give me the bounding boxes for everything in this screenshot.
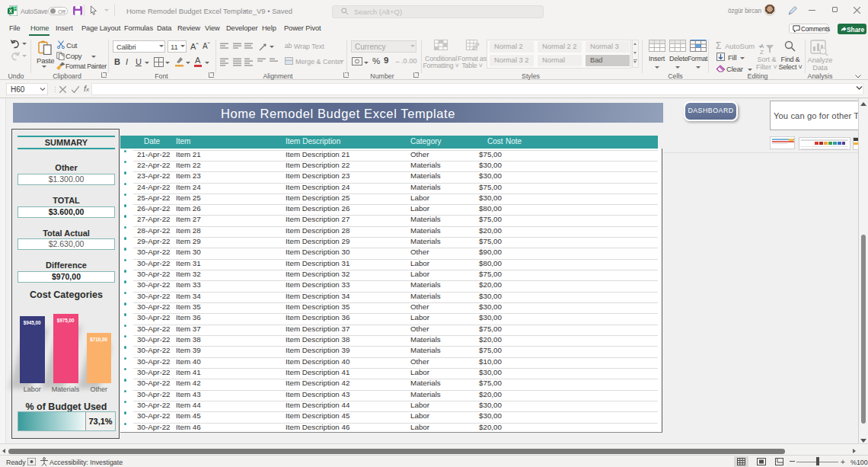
svg-text:X: X <box>9 8 13 14</box>
